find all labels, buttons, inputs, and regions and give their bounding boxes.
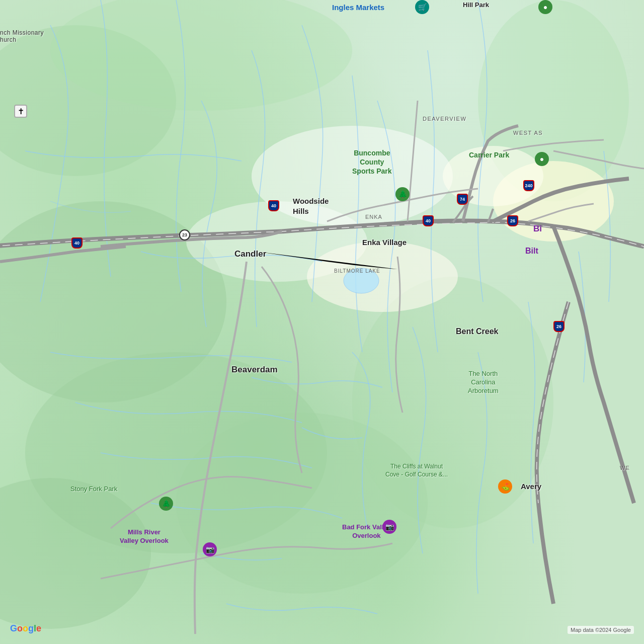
- i74-shield: 74: [457, 194, 468, 205]
- cliffs-walnut-cove-icon[interactable]: ⛳: [498, 479, 512, 494]
- stony-fork-park-icon[interactable]: 🌲: [159, 497, 173, 511]
- i40-shield-1: 40: [268, 200, 279, 211]
- svg-point-5: [352, 277, 553, 528]
- church-icon: ✝: [14, 105, 27, 118]
- bad-fork-overlook-icon[interactable]: 📷: [382, 520, 396, 534]
- i40-shield-3: 40: [423, 215, 434, 226]
- svg-point-10: [307, 242, 458, 312]
- google-logo: Google: [10, 623, 41, 634]
- us23-shield: 23: [179, 229, 190, 240]
- ingles-markets-icon[interactable]: 🛒: [415, 0, 429, 14]
- i26-shield-2: 26: [553, 321, 565, 332]
- map-attribution: Map data ©2024 Google: [568, 626, 634, 634]
- buncombe-sports-park-icon[interactable]: 🌲: [395, 187, 410, 201]
- mills-river-overlook-icon[interactable]: 📷: [203, 542, 217, 556]
- map-svg: [0, 0, 644, 644]
- carrier-park-icon[interactable]: ●: [535, 152, 549, 166]
- hill-park-icon[interactable]: ●: [538, 0, 552, 14]
- i240-shield: 240: [523, 180, 534, 191]
- svg-point-13: [344, 268, 379, 293]
- map-container[interactable]: 40 40 40 74 26 26 240 23 🛒 ● ✝ 🌲 ● 🌲 📷 📷…: [0, 0, 644, 644]
- i26-shield-1: 26: [507, 215, 518, 226]
- i40-shield-2: 40: [71, 237, 83, 249]
